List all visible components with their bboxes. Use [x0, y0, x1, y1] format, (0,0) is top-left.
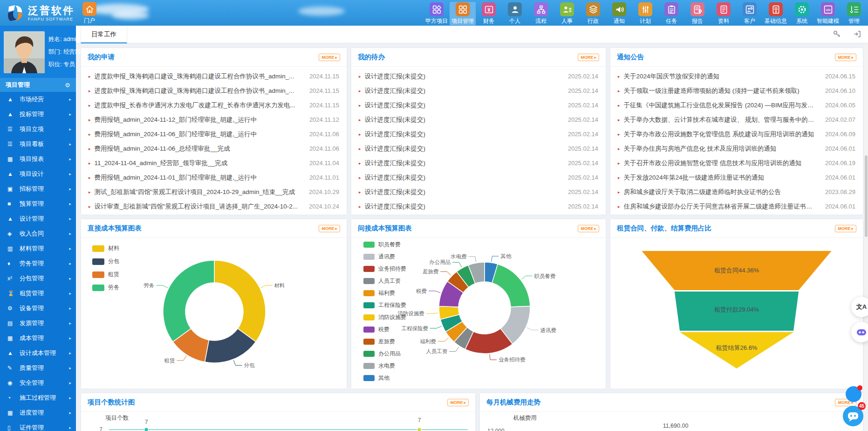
list-item[interactable]: ▸设计进度汇报(未提交)2025.02.14: [351, 98, 606, 112]
tab-daily-work[interactable]: 日常工作: [81, 26, 127, 43]
more-button[interactable]: MORE▸: [835, 225, 856, 232]
list-item[interactable]: ▸关于召开市政公用设施智慧化管理 信息技术与应用培训班的通知2024.06.19: [610, 156, 863, 170]
assistant-button[interactable]: [851, 322, 868, 342]
more-button[interactable]: MORE▸: [319, 54, 340, 61]
sidebar-item-3[interactable]: ☰项目立项▸: [0, 122, 76, 137]
legend-item[interactable]: 材料: [92, 244, 119, 252]
legend-item[interactable]: 其他: [363, 374, 406, 382]
notification-bubble[interactable]: [846, 386, 861, 402]
sidebar-item-18[interactable]: ▲设计成本管理▸: [0, 346, 76, 361]
legend-item[interactable]: 消防设施费: [363, 313, 406, 321]
sidebar-item-16[interactable]: ▤发票管理▸: [0, 316, 76, 331]
list-item[interactable]: ▸进度款申报_珠海鹤港口建设_珠海鹤港口建设工程合作协议书_admin_...2…: [81, 83, 347, 98]
legend-item[interactable]: 职员餐费: [363, 241, 406, 249]
more-button[interactable]: MORE▸: [578, 54, 599, 61]
legend-item[interactable]: 租赁: [92, 271, 119, 278]
sidebar-item-22[interactable]: ▦进度管理▸: [0, 405, 76, 420]
nav-item-3[interactable]: ¥财务: [476, 2, 502, 25]
gear-icon[interactable]: ⚙: [65, 82, 70, 89]
list-item[interactable]: ▸费用报销_admin_2024-11-06_总经理审批__完成2024.11.…: [81, 141, 347, 156]
nav-item-1[interactable]: 甲方项目: [424, 2, 450, 25]
sidebar-item-21[interactable]: ◔施工过程管理▸: [0, 390, 76, 405]
sidebar-item-20[interactable]: ◉安全管理▸: [0, 375, 76, 390]
list-item[interactable]: ▸设计进度汇报(未提交)2025.02.14: [351, 170, 606, 185]
legend-item[interactable]: 业务招待费: [363, 265, 406, 273]
more-button[interactable]: MORE▸: [319, 225, 340, 232]
list-item[interactable]: ▸设计进度汇报(未提交)2025.02.14: [351, 141, 606, 156]
sidebar-item-2[interactable]: ▲投标管理▸: [0, 107, 76, 122]
list-item[interactable]: ▸关于举办住房与房地产信息化 技术及应用培训班的通知2024.06.01: [610, 141, 863, 156]
more-button[interactable]: MORE▸: [578, 225, 599, 232]
sidebar-item-1[interactable]: ▲市场经营▸: [0, 92, 76, 107]
legend-item[interactable]: 税费: [363, 326, 406, 334]
legend-item[interactable]: 差旅费: [363, 338, 406, 346]
list-item[interactable]: ▸设计进度汇报(未提交)2025.02.14: [351, 185, 606, 199]
list-item[interactable]: ▸住房和城乡建设部办公厅关于同意吉林省开展二级建造师注册证书电子化试点...20…: [610, 199, 863, 214]
data-point[interactable]: [417, 428, 422, 431]
donut-slice-材料[interactable]: [214, 260, 266, 342]
list-item[interactable]: ▸进度款申报_长春市伊通河水力发电厂改建工程_长春市伊通河水力发电...2024…: [81, 98, 347, 112]
sidebar-item-15[interactable]: ⚙设备管理▸: [0, 301, 76, 316]
sidebar-item-5[interactable]: ▦项目报表▸: [0, 152, 76, 167]
more-button[interactable]: MORE▸: [835, 54, 856, 61]
nav-item-2[interactable]: 项目管理: [450, 2, 476, 25]
sidebar-item-9[interactable]: ▲设计管理▸: [0, 211, 76, 226]
sidebar-item-10[interactable]: ◈收入合同▸: [0, 226, 76, 241]
sidebar-item-17[interactable]: ▦成本管理▸: [0, 331, 76, 346]
nav-item-11[interactable]: 报告: [684, 2, 711, 25]
list-item[interactable]: ▸设计进度汇报(未提交)2025.02.14: [351, 69, 606, 83]
nav-item-8[interactable]: 通知: [606, 2, 632, 25]
more-button[interactable]: MORE▸: [447, 399, 469, 406]
nav-item-10[interactable]: 任务: [658, 2, 684, 25]
legend-item[interactable]: 水电费: [363, 362, 406, 370]
list-item[interactable]: ▸设计进度汇报(未提交)2025.02.14: [351, 199, 606, 214]
legend-item[interactable]: 劳务: [92, 284, 119, 292]
nav-item-16[interactable]: </>智能建模: [815, 2, 841, 25]
list-item[interactable]: ▸于征集《中国建筑施工行业信息化发展报告 (2024) —BIM应用与发展》材料…: [610, 98, 863, 112]
list-item[interactable]: ▸关于2024年国庆节放假安排的通知2024.06.15: [610, 69, 863, 83]
translate-button[interactable]: 文A: [851, 297, 868, 317]
sidebar-section-header[interactable]: 项目管理 ⚙: [0, 78, 76, 92]
sidebar-item-7[interactable]: ▣招标管理▸: [0, 181, 76, 196]
key-icon[interactable]: [833, 30, 841, 38]
legend-item[interactable]: 通讯费: [363, 253, 406, 261]
list-item[interactable]: ▸进度款申报_珠海鹤港口建设_珠海鹤港口建设工程合作协议书_admin_...2…: [81, 69, 347, 83]
nav-item-portal[interactable]: 门户: [79, 2, 100, 25]
avatar[interactable]: [4, 31, 45, 73]
sidebar-item-13[interactable]: x²分包管理▸: [0, 271, 76, 286]
sidebar-item-11[interactable]: ▥材料管理▸: [0, 241, 76, 256]
list-item[interactable]: ▸11_2024-11-04_admin_经营部_领导审批__完成2024.11…: [81, 156, 347, 170]
donut-slice-职员餐费[interactable]: [492, 264, 530, 307]
list-item[interactable]: ▸设计进度汇报(未提交)2025.02.14: [351, 127, 606, 141]
legend-item[interactable]: 分包: [92, 257, 119, 265]
list-item[interactable]: ▸关于领取一级注册建造师增项贴的通知 (须持一建证书前来领取)2024.06.1…: [610, 83, 863, 98]
sidebar-item-8[interactable]: ■预算管理▸: [0, 196, 76, 211]
nav-item-7[interactable]: 行政: [580, 2, 606, 25]
list-item[interactable]: ▸设计进度汇报(未提交)2025.02.14: [351, 112, 606, 127]
legend-item[interactable]: 工程保险费: [363, 301, 406, 309]
sidebar-item-4[interactable]: ☰项目看板▸: [0, 137, 76, 152]
list-item[interactable]: ▸费用报销_admin_2024-11-06_部门经理审批_胡建,_运行中202…: [81, 127, 347, 141]
nav-item-9[interactable]: 计划: [632, 2, 658, 25]
list-item[interactable]: ▸房和城乡建设厅关于取消二级建造师临时执业证书的公告2023.08.29: [610, 185, 863, 199]
nav-item-14[interactable]: ¥基础信息: [763, 2, 789, 25]
sidebar-item-12[interactable]: ♦劳务管理▸: [0, 256, 76, 271]
nav-item-4[interactable]: 个人: [502, 2, 528, 25]
sidebar-item-19[interactable]: ✎质量管理▸: [0, 361, 76, 375]
list-item[interactable]: ▸费用报销_admin_2024-11-12_部门经理审批_胡建,_运行中202…: [81, 112, 347, 127]
list-item[interactable]: ▸设计进度汇报(未提交)2025.02.14: [351, 156, 606, 170]
nav-item-15[interactable]: 系统: [789, 2, 815, 25]
list-item[interactable]: ▸关于举办市政公用设施数字化管理信息 系统建设与应用培训班的通知2024.06.…: [610, 127, 863, 141]
chat-button[interactable]: 45: [842, 405, 864, 427]
list-item[interactable]: ▸关于发放2024年第24批一级建造师注册证书的通知2024.06.01: [610, 170, 863, 185]
logout-icon[interactable]: [853, 30, 861, 38]
nav-item-12[interactable]: 资料: [711, 2, 737, 25]
nav-item-6[interactable]: 人事: [554, 2, 580, 25]
legend-item[interactable]: 人员工资: [363, 277, 406, 285]
legend-item[interactable]: 福利费: [363, 289, 406, 297]
legend-item[interactable]: 办公用品: [363, 350, 406, 358]
nav-item-17[interactable]: 管理: [841, 2, 867, 25]
scrollbar-thumb[interactable]: [865, 155, 868, 237]
scrollbar[interactable]: [864, 43, 868, 431]
data-point[interactable]: [144, 428, 149, 431]
